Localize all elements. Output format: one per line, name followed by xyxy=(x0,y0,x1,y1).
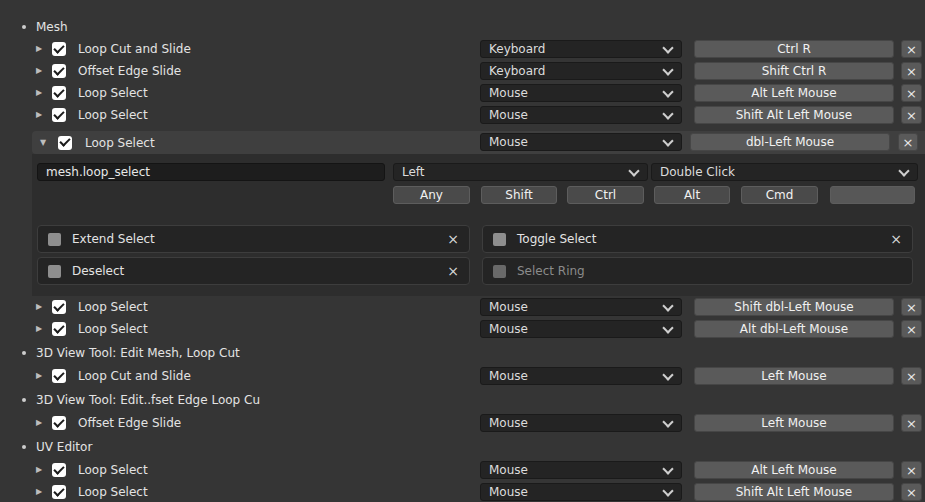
active-checkbox[interactable] xyxy=(52,86,66,100)
remove-button[interactable]: × xyxy=(901,461,922,479)
expand-arrow-icon[interactable]: ▶ xyxy=(36,67,42,75)
expand-arrow-icon[interactable]: ▶ xyxy=(36,303,42,311)
input-type-dropdown[interactable]: Mouse xyxy=(480,133,682,151)
modifier-ctrl-button[interactable]: Ctrl xyxy=(567,186,644,204)
keymap-item-label: Loop Select xyxy=(85,136,155,150)
chevron-down-icon xyxy=(662,322,673,333)
modifier-alt-button[interactable]: Alt xyxy=(654,186,730,204)
section-title: UV Editor xyxy=(36,440,92,454)
chevron-down-icon xyxy=(662,86,673,97)
chevron-down-icon xyxy=(662,64,673,75)
active-checkbox[interactable] xyxy=(52,42,66,56)
active-checkbox[interactable] xyxy=(52,416,66,430)
collapse-arrow-icon[interactable]: ▼ xyxy=(40,139,46,147)
remove-button[interactable]: × xyxy=(901,367,922,385)
remove-button[interactable]: × xyxy=(901,84,922,102)
input-type-dropdown[interactable]: Mouse xyxy=(480,84,682,102)
keymap-item-row-expanded: ▼ Loop Select Mouse dbl-Left Mouse × xyxy=(0,131,925,154)
keymap-section-header[interactable]: 3D View Tool: Edit Mesh, Loop Cut xyxy=(0,342,925,364)
hotkey-button[interactable]: Shift Alt Left Mouse xyxy=(694,483,894,501)
keymap-item-label: Offset Edge Slide xyxy=(78,64,181,78)
hotkey-button[interactable]: Ctrl R xyxy=(694,40,894,58)
active-checkbox[interactable] xyxy=(52,485,66,499)
close-icon[interactable]: × xyxy=(890,232,902,246)
expand-arrow-icon[interactable]: ▶ xyxy=(36,325,42,333)
hotkey-button[interactable]: Shift Alt Left Mouse xyxy=(694,106,894,124)
close-icon: × xyxy=(906,86,917,101)
option-checkbox[interactable] xyxy=(493,233,506,246)
hotkey-button[interactable]: Alt Left Mouse xyxy=(694,461,894,479)
option-checkbox[interactable] xyxy=(48,233,61,246)
active-checkbox[interactable] xyxy=(52,64,66,78)
input-type-dropdown[interactable]: Mouse xyxy=(480,483,682,501)
option-label: Select Ring xyxy=(517,264,585,278)
remove-button[interactable]: × xyxy=(901,320,922,338)
active-checkbox[interactable] xyxy=(52,322,66,336)
active-checkbox[interactable] xyxy=(52,108,66,122)
modifier-any-button[interactable]: Any xyxy=(393,186,470,204)
expand-arrow-icon[interactable]: ▶ xyxy=(36,89,42,97)
keymap-item-label: Loop Select xyxy=(78,300,148,314)
dropdown-value: Mouse xyxy=(489,416,528,430)
input-type-dropdown[interactable]: Mouse xyxy=(480,320,682,338)
input-type-dropdown[interactable]: Keyboard xyxy=(480,62,682,80)
remove-button[interactable]: × xyxy=(901,298,922,316)
operator-id-field[interactable]: mesh.loop_select xyxy=(37,163,385,181)
keymap-item-row: ▶ Loop Cut and Slide Mouse Left Mouse × xyxy=(0,365,925,387)
option-checkbox[interactable] xyxy=(48,265,61,278)
hotkey-button[interactable]: Left Mouse xyxy=(694,367,894,385)
input-type-dropdown[interactable]: Mouse xyxy=(480,106,682,124)
check-icon xyxy=(53,416,64,427)
option-row-extend-select: Extend Select × xyxy=(37,225,470,253)
input-type-dropdown[interactable]: Mouse xyxy=(480,367,682,385)
close-icon[interactable]: × xyxy=(447,264,459,278)
input-type-dropdown[interactable]: Mouse xyxy=(480,461,682,479)
keymap-item-row: ▶ Loop Select Mouse Shift dbl-Left Mouse… xyxy=(0,296,925,318)
hotkey-button[interactable]: Alt Left Mouse xyxy=(694,84,894,102)
expand-arrow-icon[interactable]: ▶ xyxy=(36,488,42,496)
close-icon[interactable]: × xyxy=(447,232,459,246)
hotkey-button[interactable]: Shift dbl-Left Mouse xyxy=(694,298,894,316)
hotkey-button[interactable]: Alt dbl-Left Mouse xyxy=(694,320,894,338)
section-title: 3D View Tool: Edit Mesh, Loop Cut xyxy=(36,346,240,360)
modifier-empty-button[interactable] xyxy=(830,186,915,204)
input-type-dropdown[interactable]: Keyboard xyxy=(480,40,682,58)
remove-button[interactable]: × xyxy=(901,106,922,124)
key-dropdown[interactable]: Left xyxy=(393,163,648,181)
value-dropdown[interactable]: Double Click xyxy=(651,163,918,181)
hotkey-button[interactable]: Shift Ctrl R xyxy=(694,62,894,80)
chevron-down-icon xyxy=(662,416,673,427)
input-type-dropdown[interactable]: Mouse xyxy=(480,414,682,432)
remove-button[interactable]: × xyxy=(901,40,922,58)
expand-arrow-icon[interactable]: ▶ xyxy=(36,111,42,119)
check-icon xyxy=(53,86,64,97)
hotkey-button[interactable]: dbl-Left Mouse xyxy=(690,133,890,151)
remove-button[interactable]: × xyxy=(898,133,918,151)
hotkey-button[interactable]: Left Mouse xyxy=(694,414,894,432)
active-checkbox[interactable] xyxy=(52,300,66,314)
input-type-dropdown[interactable]: Mouse xyxy=(480,298,682,316)
keymap-section-header[interactable]: UV Editor xyxy=(0,436,925,458)
expand-arrow-icon[interactable]: ▶ xyxy=(36,419,42,427)
remove-button[interactable]: × xyxy=(901,483,922,501)
active-checkbox[interactable] xyxy=(58,136,72,150)
remove-button[interactable]: × xyxy=(901,414,922,432)
expand-arrow-icon[interactable]: ▶ xyxy=(36,45,42,53)
modifier-shift-button[interactable]: Shift xyxy=(481,186,557,204)
active-checkbox[interactable] xyxy=(52,463,66,477)
remove-button[interactable]: × xyxy=(901,62,922,80)
keymap-item-editor: mesh.loop_select Left Double Click Any S… xyxy=(32,154,925,296)
keymap-item-label: Loop Select xyxy=(78,322,148,336)
keymap-section-header[interactable]: 3D View Tool: Edit..fset Edge Loop Cu xyxy=(0,389,925,411)
keymap-section-header[interactable]: Mesh xyxy=(0,16,925,38)
check-icon xyxy=(53,108,64,119)
close-icon: × xyxy=(906,64,917,79)
chevron-down-icon xyxy=(662,485,673,496)
expand-arrow-icon[interactable]: ▶ xyxy=(36,466,42,474)
check-icon xyxy=(53,300,64,311)
active-checkbox[interactable] xyxy=(52,369,66,383)
expand-arrow-icon[interactable]: ▶ xyxy=(36,372,42,380)
modifier-cmd-button[interactable]: Cmd xyxy=(741,186,818,204)
dropdown-value: Mouse xyxy=(489,322,528,336)
close-icon: × xyxy=(906,322,917,337)
